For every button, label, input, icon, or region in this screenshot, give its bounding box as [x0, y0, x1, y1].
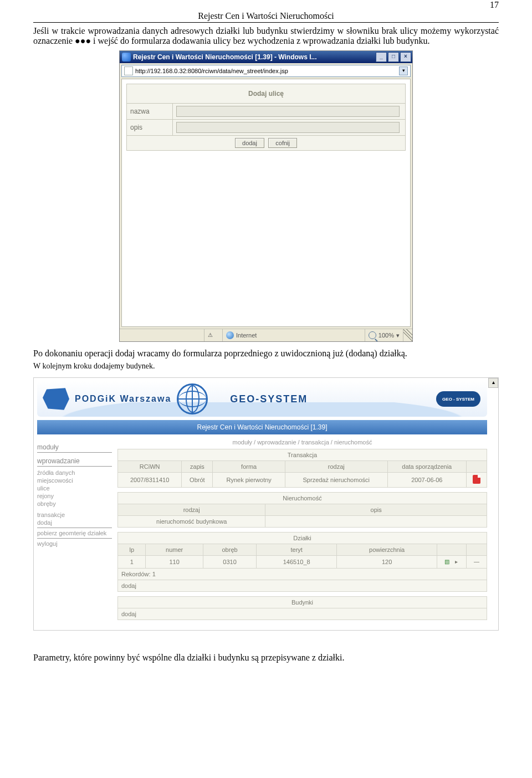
warning-icon: ⚠	[208, 331, 216, 339]
th-data: data sporządzenia	[387, 461, 466, 473]
sidebar-link-wyloguj[interactable]: wyloguj	[37, 540, 112, 547]
th-nier-opis: opis	[265, 504, 487, 516]
sidebar-link-rejony[interactable]: rejony	[37, 492, 112, 500]
breadcrumb: moduły / wprowadzanie / transakcja / nie…	[117, 439, 487, 446]
window-titlebar[interactable]: Rejestr Cen i Wartości Nieruchomości [1.…	[120, 51, 412, 63]
buildings-table: Budynki dodaj	[117, 596, 487, 620]
property-row[interactable]: nieruchomość budynkowa	[118, 516, 487, 528]
th-forma: forma	[213, 461, 285, 473]
sidebar-link-dodaj[interactable]: dodaj	[37, 519, 112, 526]
parcels-header: Działki	[118, 533, 487, 544]
cancel-button[interactable]: cofnij	[268, 138, 297, 148]
status-zoom[interactable]: 100% ▾	[365, 329, 403, 341]
zone-text: Internet	[236, 332, 257, 339]
name-input[interactable]	[176, 106, 400, 117]
map-icon[interactable]: ▧	[443, 558, 451, 566]
podgik-logo	[43, 387, 69, 411]
pdf-icon[interactable]	[473, 475, 480, 484]
parcels-table: Działki lp numer obręb teryt powierzchni…	[117, 532, 487, 592]
sidebar-group-moduly: moduły	[37, 442, 112, 453]
parcels-add-label: dodaj	[121, 582, 136, 589]
page-number: 17	[490, 0, 499, 10]
td-pow: 120	[337, 556, 437, 569]
form-title: Dodaj ulicę	[127, 84, 406, 104]
th-nier-rodzaj: rodzaj	[118, 504, 265, 516]
status-empty1	[120, 329, 204, 341]
status-empty2: ⚠	[204, 329, 223, 341]
page-favicon	[124, 66, 133, 75]
td-nier-opis	[265, 516, 487, 528]
td-teryt: 146510_8	[257, 556, 337, 569]
sidebar-link-transakcje[interactable]: transakcje	[37, 511, 112, 519]
sidebar-link-miejscowosci[interactable]: miejscowości	[37, 477, 112, 484]
paragraph-next-step: W kolejnym kroku dodajemy budynek.	[33, 362, 499, 371]
td-lp: 1	[118, 556, 146, 569]
th-obreb: obręb	[203, 544, 256, 556]
td-row-delete[interactable]: —	[467, 556, 487, 569]
td-obreb: 0310	[203, 556, 256, 569]
minimize-button[interactable]: _	[376, 52, 387, 62]
th-pow: powierzchnia	[337, 544, 437, 556]
app-screenshot: ▴ PODGiK Warszawa GEO-SYSTEM GEO - SYSTE…	[33, 377, 499, 631]
sidebar-group-wprowadzanie: wprowadzanie	[37, 456, 112, 467]
th-numer: numer	[146, 544, 203, 556]
intro-paragraph: Jeśli w trakcie wprowadzania danych adre…	[33, 26, 499, 46]
ie-popup-window: Rejestr Cen i Wartości Nieruchomości [1.…	[119, 50, 413, 342]
app-subheader: Rejestr Cen i Wartości Nieruchomości [1.…	[37, 420, 487, 434]
status-zone: Internet	[223, 329, 365, 341]
buildings-add-row[interactable]: dodaj	[118, 608, 487, 620]
buildings-add-label: dodaj	[121, 611, 136, 617]
record-count: Rekordów: 1	[118, 569, 487, 580]
transaction-row[interactable]: 2007/8311410 Obrót Rynek pierwotny Sprze…	[118, 473, 487, 488]
label-desc: opis	[127, 120, 173, 136]
app-banner: PODGiK Warszawa GEO-SYSTEM GEO - SYSTEM	[37, 381, 487, 417]
desc-input[interactable]	[176, 122, 400, 133]
add-street-form: Dodaj ulicę nazwa opis dodaj cofnij	[126, 84, 406, 151]
arrow-icon[interactable]: ▸	[453, 558, 461, 566]
brand-badge: GEO - SYSTEM	[436, 391, 480, 407]
sidebar: moduły wprowadzanie źródła danych miejsc…	[37, 439, 112, 625]
sidebar-link-geometria[interactable]: pobierz geomterię działek	[37, 529, 112, 537]
brand-text-2: GEO-SYSTEM	[230, 393, 308, 405]
th-teryt: teryt	[257, 544, 337, 556]
td-data: 2007-06-06	[387, 473, 466, 488]
td-numer: 110	[146, 556, 203, 569]
property-table: Nieruchomość rodzaj opis nieruchomość bu…	[117, 492, 487, 528]
address-bar[interactable]: http://192.168.0.32:8080/rciwn/data/new_…	[121, 65, 411, 77]
th-lp: lp	[118, 544, 146, 556]
url-text: http://192.168.0.32:8080/rciwn/data/new_…	[135, 68, 397, 74]
parcels-add-row[interactable]: dodaj	[118, 580, 487, 592]
td-rciwn: 2007/8311410	[118, 473, 182, 488]
sidebar-divider-1	[37, 528, 112, 528]
sidebar-link-zrodla[interactable]: źródła danych	[37, 469, 112, 477]
th-actions1	[437, 544, 467, 556]
sidebar-link-ulice[interactable]: ulice	[37, 484, 112, 492]
property-header: Nieruchomość	[118, 493, 487, 504]
input-desc-cell	[173, 120, 406, 136]
close-button[interactable]: ×	[400, 52, 411, 62]
th-rciwn: RCiWN	[118, 461, 182, 473]
td-forma: Rynek pierwotny	[213, 473, 285, 488]
main-panel: moduły / wprowadzanie / transakcja / nie…	[117, 439, 487, 625]
sidebar-link-obreby[interactable]: obręby	[37, 500, 112, 508]
status-bar: ⚠ Internet 100% ▾	[120, 329, 412, 341]
scroll-up-button[interactable]: ▴	[488, 378, 498, 388]
td-row-icons: ▧ ▸	[437, 556, 467, 569]
resize-grip[interactable]	[403, 329, 412, 341]
td-zapis: Obrót	[182, 473, 213, 488]
zoom-dropdown-icon[interactable]: ▾	[396, 332, 400, 339]
parcel-row[interactable]: 1 110 0310 146510_8 120 ▧ ▸ —	[118, 556, 487, 569]
maximize-button[interactable]: □	[388, 52, 399, 62]
delete-icon[interactable]: —	[473, 558, 480, 566]
th-pdf	[467, 461, 487, 473]
address-dropdown-button[interactable]: ▾	[399, 66, 408, 75]
transaction-header: Transakcja	[118, 449, 487, 461]
ie-icon	[122, 53, 131, 62]
input-name-cell	[173, 104, 406, 120]
td-nier-rodzaj: nieruchomość budynkowa	[118, 516, 265, 528]
td-pdf[interactable]	[467, 473, 487, 488]
label-name: nazwa	[127, 104, 173, 120]
window-title: Rejestr Cen i Wartości Nieruchomości [1.…	[133, 53, 376, 61]
add-button[interactable]: dodaj	[235, 138, 264, 148]
th-rodzaj: rodzaj	[285, 461, 387, 473]
